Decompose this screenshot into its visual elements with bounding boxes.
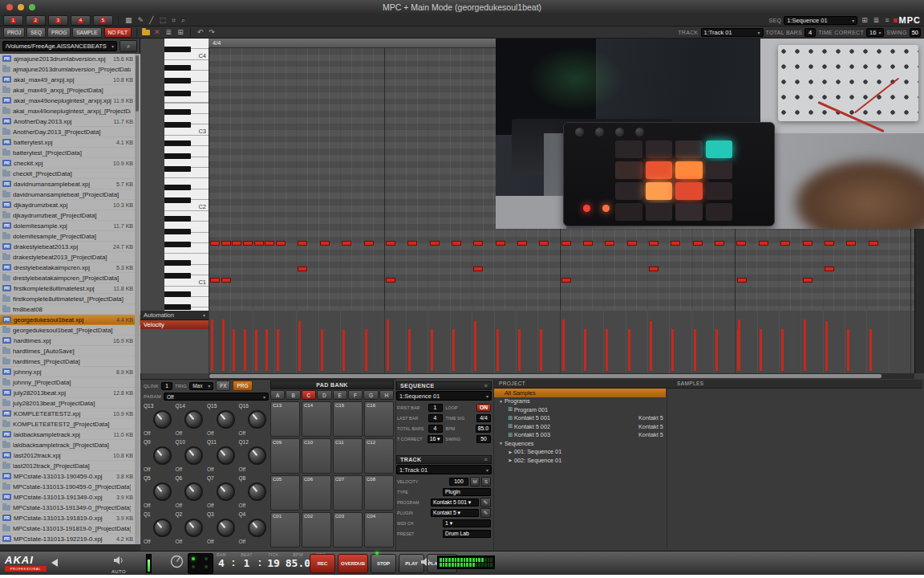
midi-note[interactable] — [210, 278, 220, 283]
delete-icon[interactable]: ✕ — [152, 28, 162, 37]
black-key[interactable] — [164, 216, 191, 222]
midi-note[interactable] — [605, 241, 614, 246]
file-row[interactable]: MPCstate-131013-190459-0_[ProjectData] — [0, 482, 140, 492]
file-row[interactable]: PRjuly282013beat.xpj12.8 KB — [0, 388, 140, 398]
file-row[interactable]: johnny_[ProjectData] — [0, 377, 140, 388]
midi-note[interactable] — [386, 241, 395, 246]
over-dub-button[interactable]: OVERDUB — [338, 554, 368, 573]
pad-bank-button-G[interactable]: G — [363, 390, 378, 400]
magnet-icon[interactable]: ⌗ — [170, 16, 177, 25]
pad-bank-button-E[interactable]: E — [333, 390, 347, 400]
project-tree-item[interactable]: All Samples — [494, 389, 666, 397]
velocity-bar[interactable] — [365, 329, 367, 371]
file-row[interactable]: hardtimes_[ProjectData] — [0, 356, 140, 367]
pad-c13[interactable]: C13 — [270, 401, 300, 437]
file-row[interactable]: fm8beat08 — [0, 304, 140, 315]
pad-c15[interactable]: C15 — [333, 401, 363, 437]
section-button-sample[interactable]: SAMPLE — [72, 27, 101, 38]
pencil-tool-icon[interactable]: ✎ — [136, 16, 146, 25]
menu-icon[interactable]: ≡ — [883, 16, 890, 25]
edit-icon[interactable]: ✎ — [480, 508, 491, 518]
file-row[interactable]: batterytest_[ProjectData] — [0, 148, 140, 158]
section-button-prog[interactable]: PROG — [47, 27, 71, 38]
file-row[interactable]: PRMPCstate-131013-192219-0.xpj4.2 KB — [0, 534, 140, 544]
file-row[interactable]: PRMPCstate-131013-190459-0.xpj3.8 KB — [0, 471, 140, 482]
pad-c16[interactable]: C16 — [364, 401, 394, 437]
midi-note[interactable] — [649, 241, 659, 246]
mode-button-3[interactable]: 3 — [48, 15, 68, 26]
velocity-bar[interactable] — [431, 329, 433, 371]
qlink-knob[interactable] — [153, 519, 172, 537]
midi-note[interactable] — [803, 241, 813, 246]
field-value[interactable]: 4 — [428, 425, 443, 433]
file-list-scrollbar[interactable] — [135, 54, 140, 544]
pad-c05[interactable]: C05 — [270, 475, 300, 511]
pad-c09[interactable]: C09 — [270, 438, 300, 474]
pad-bank-button-C[interactable]: C — [302, 390, 316, 400]
field-value[interactable]: ON — [476, 404, 491, 412]
qlink-knob[interactable] — [184, 519, 203, 537]
velocity-bar[interactable] — [233, 329, 235, 371]
velocity-bar[interactable] — [562, 320, 565, 371]
midi-note[interactable] — [364, 241, 374, 246]
file-row[interactable]: PRdrakestylebeat2013.xpj24.7 KB — [0, 242, 140, 252]
velocity-bar[interactable] — [781, 329, 784, 371]
velocity-bar[interactable] — [540, 329, 542, 371]
velocity-bar[interactable] — [298, 321, 301, 371]
solo-button[interactable]: S — [481, 477, 491, 486]
mode-button-1[interactable]: 1 — [3, 15, 23, 26]
qlink-knob[interactable] — [248, 446, 266, 465]
velocity-bar[interactable] — [738, 320, 740, 371]
qlink-knob[interactable] — [217, 446, 235, 465]
field-value[interactable]: Drum Lab — [443, 530, 491, 538]
horizontal-scrollbar[interactable] — [209, 373, 914, 379]
section-button-proj[interactable]: PROJ — [3, 27, 25, 38]
velocity-value[interactable]: 100 — [449, 478, 468, 486]
midi-note[interactable] — [254, 241, 264, 246]
browser-search-button[interactable]: ⌕ — [120, 40, 137, 52]
qlink-knob[interactable] — [248, 482, 266, 501]
field-value[interactable]: 16 ▾ — [428, 435, 443, 443]
sequence-selector[interactable]: 1:Sequence 01 ▾ — [784, 16, 857, 25]
audio-output-control[interactable]: AUTO — [109, 554, 128, 574]
velocity-lane[interactable] — [209, 311, 914, 373]
midi-note[interactable] — [243, 241, 253, 246]
pad-bank-button-B[interactable]: B — [286, 390, 300, 400]
midi-note[interactable] — [825, 241, 834, 246]
velocity-bar[interactable] — [869, 329, 872, 371]
midi-note[interactable] — [342, 241, 351, 246]
field-value[interactable]: 4 — [428, 414, 443, 422]
file-row[interactable]: PRlast2012track.xpj10.8 KB — [0, 450, 140, 461]
file-row[interactable]: PRcheckit.xpj10.9 KB — [0, 158, 140, 169]
file-row[interactable]: PRKOMPLETE8TEST2.xpj10.9 KB — [0, 409, 140, 419]
stop-button[interactable]: STOP — [371, 554, 396, 573]
project-tree-item[interactable]: ▶002: Sequence 01 — [494, 456, 922, 465]
midi-note[interactable] — [671, 241, 680, 246]
black-key[interactable] — [164, 185, 191, 190]
file-row[interactable]: djkaydrumzbeat_[ProjectData] — [0, 210, 140, 221]
velocity-bar[interactable] — [804, 320, 806, 371]
total-bars-value[interactable]: 4 — [804, 28, 816, 37]
pad-c01[interactable]: C01 — [270, 512, 300, 547]
field-value[interactable]: Kontakt 5 ▾ — [431, 509, 479, 517]
qlink-knob[interactable] — [153, 446, 172, 465]
midi-note[interactable] — [265, 241, 274, 246]
midi-note[interactable] — [736, 241, 746, 246]
section-button-seq[interactable]: SEQ — [26, 27, 46, 38]
black-key[interactable] — [164, 153, 191, 159]
velocity-bar[interactable] — [715, 329, 718, 371]
file-row[interactable]: PRMPCstate-131013-191349-0.xpj3.9 KB — [0, 492, 140, 503]
pad-c12[interactable]: C12 — [364, 438, 394, 474]
velocity-bar[interactable] — [321, 329, 323, 371]
automation-param-velocity[interactable]: Velocity — [140, 320, 209, 329]
field-value[interactable]: 1 ▾ — [443, 519, 491, 527]
black-key[interactable] — [164, 291, 191, 297]
file-row[interactable]: PRakai_max49_arxpj.xpj10.8 KB — [0, 75, 140, 85]
black-key[interactable] — [164, 65, 191, 71]
velocity-bar[interactable] — [825, 321, 828, 371]
midi-note[interactable] — [649, 267, 659, 271]
velocity-bar[interactable] — [222, 320, 225, 371]
midi-note[interactable] — [825, 267, 834, 271]
rec-button[interactable]: REC — [310, 554, 335, 573]
file-row[interactable]: PRbatterytest.xpj4.1 KB — [0, 137, 140, 148]
